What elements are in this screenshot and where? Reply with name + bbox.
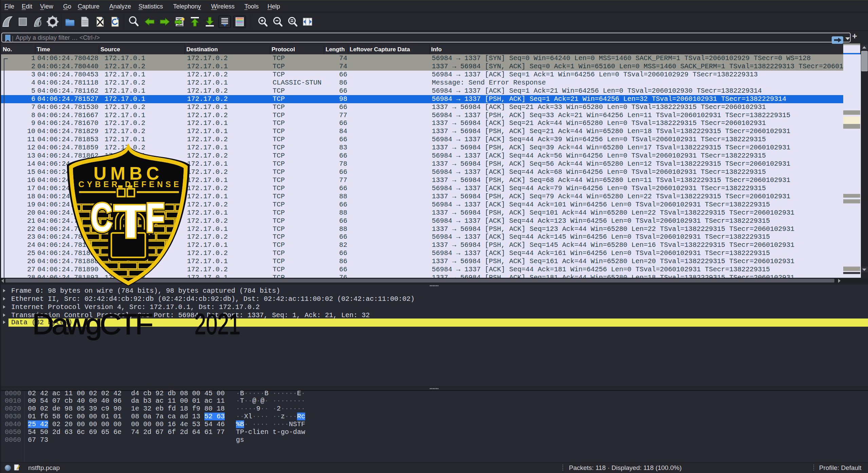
svg-text:C: C — [91, 195, 112, 240]
svg-text:F: F — [146, 195, 165, 241]
svg-text:T: T — [114, 195, 148, 247]
